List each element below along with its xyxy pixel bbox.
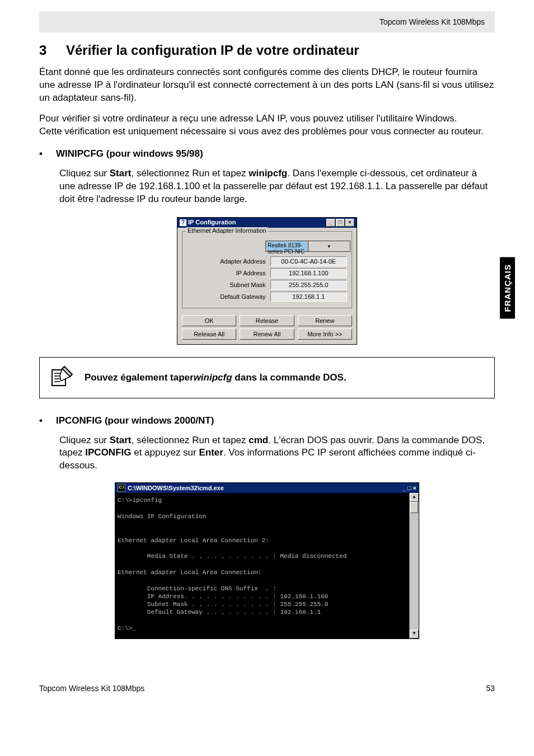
button-row-2: Release All Renew All More Info >> bbox=[177, 328, 357, 344]
note-icon bbox=[48, 364, 74, 391]
close-icon[interactable]: × bbox=[413, 485, 416, 491]
bold-start: Start bbox=[110, 168, 132, 179]
section-title: Vérifier la configuration IP de votre or… bbox=[66, 43, 359, 58]
scroll-down-icon[interactable]: ▼ bbox=[410, 630, 419, 638]
chevron-down-icon[interactable]: ▼ bbox=[308, 241, 350, 251]
winipcfg-head-text: WINIPCFG (pour windows 95/98) bbox=[56, 148, 203, 159]
bold-start: Start bbox=[110, 435, 132, 445]
intro-paragraph-3: Cette vérification est uniquement nécess… bbox=[39, 125, 495, 138]
adapter-combo[interactable]: Realtek 8139-series PCI NIC ▼ bbox=[265, 241, 347, 252]
scroll-up-icon[interactable]: ▲ bbox=[410, 493, 419, 502]
value-ip-address: 192.168.1.100 bbox=[270, 268, 347, 278]
cmd-scrollbar[interactable]: ▲ ▼ bbox=[409, 493, 419, 638]
note-pre: Pouvez également taper bbox=[85, 372, 194, 383]
cmd-output: C:\>ipconfig Windows IP Configuration Et… bbox=[115, 493, 409, 638]
label-default-gateway: Default Gateway bbox=[187, 293, 270, 300]
text: Cliquez sur bbox=[59, 435, 110, 445]
release-all-button[interactable]: Release All bbox=[182, 328, 236, 340]
scroll-thumb[interactable] bbox=[410, 502, 418, 513]
renew-all-button[interactable]: Renew All bbox=[240, 328, 294, 340]
cmd-window-wrap: C:\ C:\WINDOWS\System32\cmd.exe _ □ × C:… bbox=[39, 482, 495, 639]
section-heading: 3Vérifier la configuration IP de votre o… bbox=[39, 43, 495, 58]
bullet-icon: • bbox=[39, 148, 56, 159]
cmd-window: C:\ C:\WINDOWS\System32\cmd.exe _ □ × C:… bbox=[115, 482, 419, 639]
row-adapter-address: Adapter Address 00-C0-4C-A0-14-0E bbox=[187, 256, 347, 266]
note-text: Pouvez également taperwinipcfg dans la c… bbox=[85, 372, 346, 383]
ipconfig-head-text: IPCONFIG (pour windows 2000/NT) bbox=[56, 415, 214, 426]
bold-enter: Enter bbox=[199, 447, 223, 458]
page-content: Topcom Wireless Kit 108Mbps 3Vérifier la… bbox=[0, 0, 534, 661]
intro-paragraph-2: Pour vérifier si votre ordinateur a reçu… bbox=[39, 112, 495, 125]
footer-product: Topcom Wireless Kit 108Mbps bbox=[39, 684, 144, 693]
text: , sélectionnez Run et tapez bbox=[132, 435, 249, 445]
ok-button[interactable]: OK bbox=[182, 315, 236, 326]
note-box: Pouvez également taperwinipcfg dans la c… bbox=[39, 357, 495, 398]
page-number: 53 bbox=[486, 684, 495, 693]
ethernet-groupbox: Ethernet Adapter Information Realtek 813… bbox=[182, 231, 352, 308]
row-subnet-mask: Subnet Mask 255.255.255.0 bbox=[187, 280, 347, 290]
winipcfg-heading: •WINIPCFG (pour windows 95/98) bbox=[39, 148, 495, 159]
note-cmd: winipcfg bbox=[194, 372, 232, 383]
ipconfig-body: Cliquez sur Start, sélectionnez Run et t… bbox=[59, 434, 495, 473]
release-button[interactable]: Release bbox=[240, 315, 294, 326]
window-buttons: _ □ × bbox=[326, 219, 354, 227]
ipcfg-dialog: ?IP Configuration _ □ × Ethernet Adapter… bbox=[177, 217, 357, 345]
label-ip-address: IP Address bbox=[187, 270, 270, 276]
window-buttons: _ □ × bbox=[402, 485, 416, 491]
page-footer: Topcom Wireless Kit 108Mbps 53 bbox=[0, 661, 534, 704]
value-adapter-address: 00-C0-4C-A0-14-0E bbox=[270, 256, 347, 266]
value-subnet-mask: 255.255.255.0 bbox=[270, 280, 347, 290]
label-subnet-mask: Subnet Mask bbox=[187, 281, 270, 288]
cmd-title-text: C:\WINDOWS\System32\cmd.exe bbox=[128, 485, 224, 491]
label-adapter-address: Adapter Address bbox=[187, 258, 270, 265]
close-icon[interactable]: × bbox=[345, 219, 354, 227]
header-band: Topcom Wireless Kit 108Mbps bbox=[39, 11, 495, 32]
maximize-icon[interactable]: □ bbox=[336, 219, 345, 227]
bold-ipconfig: IPCONFIG bbox=[85, 447, 131, 458]
winipcfg-body: Cliquez sur Start, sélectionnez Run et t… bbox=[59, 167, 495, 206]
ipcfg-title-label: IP Configuration bbox=[188, 219, 236, 226]
value-default-gateway: 192.168.1.1 bbox=[270, 292, 347, 302]
groupbox-label: Ethernet Adapter Information bbox=[186, 227, 268, 234]
cmd-titlebar: C:\ C:\WINDOWS\System32\cmd.exe _ □ × bbox=[115, 483, 419, 493]
text: Cliquez sur bbox=[59, 168, 110, 179]
winipcfg-section: •WINIPCFG (pour windows 95/98) Cliquez s… bbox=[39, 148, 495, 206]
bold-winipcfg: winipcfg bbox=[249, 168, 287, 179]
minimize-icon[interactable]: _ bbox=[402, 485, 406, 491]
note-post: dans la commande DOS. bbox=[232, 372, 346, 383]
scroll-track[interactable] bbox=[410, 502, 419, 630]
text: , sélectionnez Run et tapez bbox=[132, 168, 249, 179]
minimize-icon[interactable]: _ bbox=[326, 219, 335, 227]
ipconfig-section: •IPCONFIG (pour windows 2000/NT) Cliquez… bbox=[39, 415, 495, 473]
more-info-button[interactable]: More Info >> bbox=[298, 328, 352, 340]
row-ip-address: IP Address 192.168.1.100 bbox=[187, 268, 347, 278]
language-tab: FRANÇAIS bbox=[500, 257, 515, 319]
maximize-icon[interactable]: □ bbox=[407, 485, 411, 491]
bullet-icon: • bbox=[39, 415, 56, 426]
ipconfig-heading: •IPCONFIG (pour windows 2000/NT) bbox=[39, 415, 495, 426]
adapter-combo-value: Realtek 8139-series PCI NIC bbox=[266, 241, 308, 251]
renew-button[interactable]: Renew bbox=[298, 315, 352, 326]
cmd-icon: C:\ bbox=[118, 484, 125, 492]
row-default-gateway: Default Gateway 192.168.1.1 bbox=[187, 292, 347, 302]
question-icon: ? bbox=[180, 219, 186, 226]
text: et appuyez sur bbox=[131, 447, 199, 458]
button-row-1: OK Release Renew bbox=[177, 313, 357, 328]
bold-cmd: cmd bbox=[249, 435, 268, 445]
section-number: 3 bbox=[39, 43, 66, 58]
ipcfg-dialog-wrap: ?IP Configuration _ □ × Ethernet Adapter… bbox=[39, 217, 495, 345]
intro-paragraph-1: Étant donné que les ordinateurs connecté… bbox=[39, 66, 495, 105]
header-product: Topcom Wireless Kit 108Mbps bbox=[380, 17, 485, 26]
ipcfg-titlebar: ?IP Configuration _ □ × bbox=[177, 218, 357, 228]
ipcfg-title-text: ?IP Configuration bbox=[180, 219, 236, 226]
